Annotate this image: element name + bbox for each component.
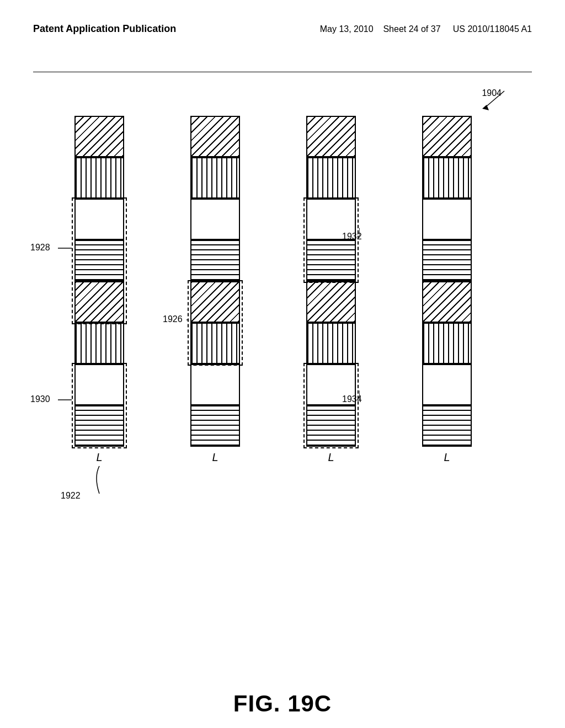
col4-label: L (422, 451, 472, 464)
col1-block2 (74, 157, 124, 199)
col4-block1 (422, 116, 472, 157)
patent-number: US 2010/118045 A1 (453, 24, 532, 34)
col4-block8 (422, 405, 472, 447)
ref-1926-line (186, 314, 190, 325)
dashed-1934 (303, 363, 359, 448)
col4-block6 (422, 323, 472, 364)
ref-1926-label: 1926 (163, 314, 183, 324)
svg-line-0 (485, 91, 504, 108)
figure-area: 1904 L L (0, 83, 565, 728)
sheet-info: Sheet 24 of 37 (383, 24, 440, 34)
col3-block5 (306, 281, 356, 323)
column-4: L (422, 116, 472, 464)
ref-1932-line (359, 228, 363, 239)
patent-info: May 13, 2010 Sheet 24 of 37 US 2010/1180… (320, 22, 532, 36)
col2-block8 (190, 405, 240, 447)
ref-1928-line (58, 243, 73, 254)
col2-block7 (190, 364, 240, 405)
col1-block1 (74, 116, 124, 157)
ref-1930-label: 1930 (30, 394, 50, 404)
col3-block6 (306, 323, 356, 364)
col4-block7 (422, 364, 472, 405)
publication-date: May 13, 2010 (320, 24, 374, 34)
col2-label: L (190, 451, 240, 464)
col4-block3 (422, 199, 472, 240)
col1-block6 (74, 323, 124, 364)
ref-1928-label: 1928 (30, 243, 50, 253)
col2-block4 (190, 240, 240, 281)
ref-1934-line (359, 390, 363, 402)
figure-label: FIG. 19C (233, 690, 332, 717)
ref-1922-label: 1922 (61, 491, 81, 501)
publication-title: Patent Application Publication (33, 22, 176, 36)
col3-label: L (306, 451, 356, 464)
col3-block1 (306, 116, 356, 157)
col1-label: L (74, 451, 124, 464)
col4-block2 (422, 157, 472, 199)
col2-block3 (190, 199, 240, 240)
header-divider (33, 72, 532, 72)
page-header: Patent Application Publication May 13, 2… (0, 22, 565, 36)
dashed-1926 (188, 280, 243, 366)
col2-block1 (190, 116, 240, 157)
dashed-1930 (72, 363, 127, 448)
ref-1904-arrow (471, 85, 515, 113)
col4-block5 (422, 281, 472, 323)
col3-block2 (306, 157, 356, 199)
col2-block2 (190, 157, 240, 199)
ref-1922-arrow (91, 466, 108, 496)
ref-1930-line (58, 394, 73, 405)
dashed-1928 (72, 197, 127, 324)
col4-block4 (422, 240, 472, 281)
